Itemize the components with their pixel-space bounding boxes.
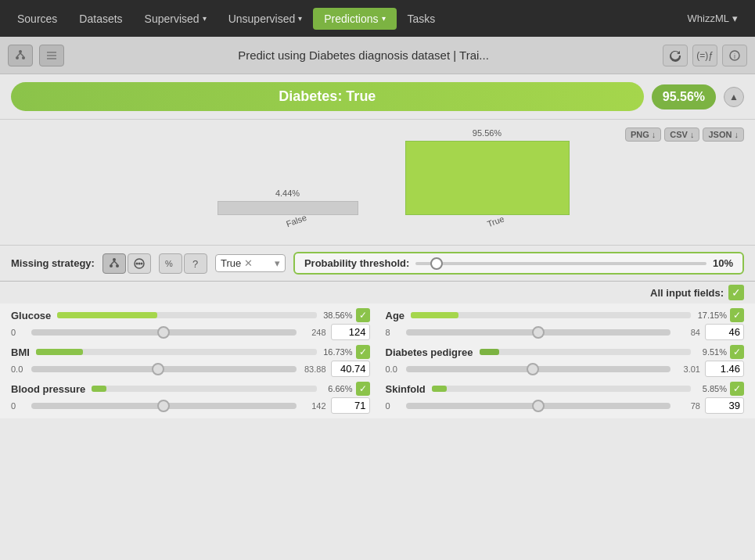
refresh-icon bbox=[669, 49, 681, 62]
field-slider-thumb[interactable] bbox=[527, 363, 539, 375]
prob-threshold-label: Probability threshold: bbox=[304, 257, 409, 269]
top-navigation: Sources Datasets Supervised ▾ Unsupervis… bbox=[0, 0, 755, 37]
pred-pct-button[interactable]: % bbox=[159, 253, 182, 274]
field-slider[interactable] bbox=[406, 403, 671, 409]
pred-question-icon: ? bbox=[189, 257, 202, 270]
info-icon: i bbox=[729, 50, 740, 61]
field-slider[interactable] bbox=[31, 403, 297, 409]
field-slider-thumb[interactable] bbox=[157, 326, 170, 339]
bar-false: 4.44% False bbox=[218, 188, 358, 229]
field-checkbox[interactable]: ✓ bbox=[730, 308, 744, 322]
field-row-glucose: Glucose 38.56% ✓ 0 248 bbox=[11, 308, 370, 340]
field-checkbox[interactable]: ✓ bbox=[730, 345, 744, 359]
bar-true-rect bbox=[405, 141, 570, 215]
field-checkbox[interactable]: ✓ bbox=[356, 345, 370, 359]
field-name: Diabetes pedigree bbox=[386, 346, 473, 358]
field-header: Age 17.15% ✓ bbox=[386, 308, 745, 322]
nav-sources[interactable]: Sources bbox=[6, 8, 68, 30]
dropdown-clear-icon[interactable]: ✕ bbox=[244, 257, 253, 269]
svg-point-16 bbox=[135, 262, 138, 264]
strategy-buttons bbox=[102, 253, 151, 274]
field-importance-pct: 5.85% bbox=[697, 384, 727, 393]
list-icon bbox=[45, 49, 58, 62]
field-range-row: 8 84 bbox=[386, 324, 745, 340]
export-json-button[interactable]: JSON ↓ bbox=[703, 127, 744, 142]
field-header: Skinfold 5.85% ✓ bbox=[386, 382, 745, 396]
predictions-caret-icon: ▾ bbox=[382, 14, 386, 23]
field-importance-pct: 38.56% bbox=[323, 311, 353, 320]
all-fields-checkbox[interactable]: ✓ bbox=[728, 285, 744, 300]
nav-user[interactable]: WhizzML ▾ bbox=[677, 8, 749, 29]
toolbar-actions: (=)ƒ i bbox=[663, 45, 747, 66]
field-value-input[interactable] bbox=[705, 361, 744, 377]
svg-rect-5 bbox=[47, 52, 56, 53]
field-value-input[interactable] bbox=[705, 397, 744, 414]
model-icon-button[interactable] bbox=[8, 45, 33, 66]
svg-rect-6 bbox=[47, 55, 56, 56]
export-png-button[interactable]: PNG ↓ bbox=[625, 127, 661, 142]
field-value-input[interactable] bbox=[705, 324, 744, 340]
field-max: 83.88 bbox=[301, 364, 326, 374]
field-importance-pct: 16.73% bbox=[323, 347, 353, 357]
strategy-tree-button[interactable] bbox=[102, 253, 126, 274]
field-importance-bar bbox=[480, 349, 500, 355]
strategy-mean-button[interactable] bbox=[128, 253, 151, 274]
field-importance-bar-container bbox=[36, 349, 317, 355]
field-importance-bar-container bbox=[57, 312, 316, 318]
svg-line-14 bbox=[114, 261, 117, 264]
strategy-tree-icon bbox=[108, 257, 120, 270]
field-checkbox[interactable]: ✓ bbox=[356, 308, 370, 322]
field-importance-bar-container bbox=[92, 386, 316, 392]
all-fields-row: All input fields: ✓ bbox=[0, 282, 755, 303]
formula-button[interactable]: (=)ƒ bbox=[692, 45, 717, 66]
collapse-button[interactable]: ▲ bbox=[724, 87, 744, 107]
field-name: Skinfold bbox=[386, 383, 426, 395]
export-csv-button[interactable]: CSV ↓ bbox=[664, 127, 699, 142]
svg-point-1 bbox=[16, 56, 19, 59]
list-icon-button[interactable] bbox=[39, 45, 64, 66]
field-value-input[interactable] bbox=[331, 397, 370, 414]
missing-strategy-label: Missing strategy: bbox=[11, 257, 95, 269]
field-slider-thumb[interactable] bbox=[157, 400, 170, 412]
field-checkbox[interactable]: ✓ bbox=[730, 382, 744, 396]
svg-text:i: i bbox=[734, 52, 735, 60]
prob-threshold-thumb[interactable] bbox=[430, 257, 443, 270]
field-importance-bar bbox=[432, 386, 447, 392]
user-caret-icon: ▾ bbox=[732, 13, 738, 24]
field-min: 0 bbox=[11, 328, 27, 337]
nav-predictions[interactable]: Predictions ▾ bbox=[313, 8, 396, 30]
field-slider-thumb[interactable] bbox=[532, 400, 545, 412]
field-max: 142 bbox=[301, 401, 326, 411]
field-slider[interactable] bbox=[31, 329, 297, 336]
refresh-button[interactable] bbox=[663, 45, 688, 66]
field-value-input[interactable] bbox=[331, 324, 370, 340]
nav-supervised[interactable]: Supervised ▾ bbox=[134, 8, 218, 30]
svg-point-18 bbox=[140, 262, 142, 264]
field-slider-thumb[interactable] bbox=[532, 326, 545, 339]
nav-datasets[interactable]: Datasets bbox=[68, 8, 133, 30]
field-row-diabetes-pedigree: Diabetes pedigree 9.51% ✓ 0.0 3.01 bbox=[386, 345, 745, 377]
pred-question-button[interactable]: ? bbox=[184, 253, 207, 274]
svg-point-2 bbox=[22, 56, 25, 59]
prob-threshold-value: 10% bbox=[713, 257, 733, 269]
prob-threshold-slider[interactable] bbox=[415, 262, 706, 265]
bar-false-label: 4.44% bbox=[275, 188, 300, 198]
info-button[interactable]: i bbox=[722, 45, 747, 66]
field-slider[interactable] bbox=[406, 366, 671, 372]
field-checkbox[interactable]: ✓ bbox=[356, 382, 370, 396]
dropdown-arrow-icon[interactable]: ▾ bbox=[275, 257, 280, 269]
supervised-caret-icon: ▾ bbox=[203, 14, 207, 23]
field-range-row: 0 142 bbox=[11, 397, 370, 414]
field-slider-thumb[interactable] bbox=[152, 363, 164, 375]
probability-chart: 4.44% False 95.56% True bbox=[11, 127, 744, 229]
field-value-input[interactable] bbox=[331, 361, 370, 377]
model-tree-icon bbox=[14, 49, 27, 62]
field-slider[interactable] bbox=[31, 366, 297, 372]
field-min: 0 bbox=[386, 401, 401, 411]
field-slider[interactable] bbox=[406, 329, 671, 336]
field-importance-bar bbox=[57, 312, 157, 318]
nav-tasks[interactable]: Tasks bbox=[397, 8, 447, 30]
field-importance-bar bbox=[92, 386, 106, 392]
nav-unsupervised[interactable]: Unsupervised ▾ bbox=[218, 8, 314, 30]
class-dropdown[interactable]: True ✕ ▾ bbox=[215, 254, 286, 272]
